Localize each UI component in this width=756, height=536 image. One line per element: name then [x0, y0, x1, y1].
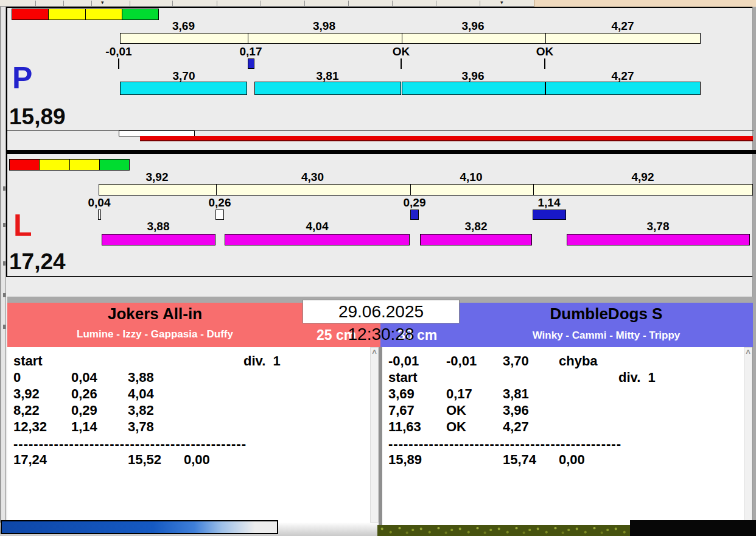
traffic-segment-yellow: [70, 160, 100, 170]
run-bar-segment: [120, 82, 247, 95]
reference-split-label: 3,92: [99, 171, 215, 184]
reference-split-label: 4,10: [410, 171, 533, 184]
dashed-separator: ----------------------------------------…: [13, 436, 247, 452]
run-bar-segment: [102, 234, 215, 245]
traffic-segment-yellow: [40, 160, 69, 170]
l-section: 3,92 4,30 4,10 4,92 0,04 0,26 0,29 1,14 …: [6, 154, 752, 277]
dropdown-caret-icon[interactable]: ▾: [500, 0, 503, 5]
background-glyph: [3, 293, 5, 297]
gate-diff-marker: [533, 210, 566, 220]
toolbar-separator: [392, 1, 393, 6]
video-grass-strip: [377, 525, 630, 536]
clock: 29.06.2025 12:30:28: [303, 300, 460, 323]
clean-time: 15,52: [128, 452, 161, 468]
bar-separator: [410, 185, 411, 195]
gate-diff-marker: [410, 210, 419, 220]
totals-row: 15,89 15,74 0,00: [382, 452, 744, 467]
toolbar-separator: [172, 1, 173, 6]
background-glyph: [3, 261, 5, 266]
table-cell: 3,69: [388, 386, 415, 402]
run-split-label: 3,82: [446, 220, 506, 233]
traffic-segment-yellow: [86, 9, 122, 19]
background-glyph: [3, 325, 5, 329]
section-total: 17,24: [9, 250, 66, 273]
toolbar-separator: [63, 1, 64, 6]
gate-tick-marker: [401, 58, 402, 69]
titlebar-gradient: [2, 521, 277, 533]
table-cell: 0: [13, 370, 21, 386]
section-total: 15,89: [9, 105, 66, 128]
background-toolbar: ▾ ▾: [0, 0, 756, 7]
table-cell: div. 1: [618, 370, 656, 386]
table-cell: 8,22: [13, 403, 40, 418]
table-cell: 0,29: [71, 403, 97, 418]
traffic-light-bar: [12, 9, 159, 20]
right-edge-strip: [752, 7, 756, 521]
table-cell: div. 1: [243, 353, 281, 369]
table-row: -0,01 -0,01 3,70 chyba: [382, 353, 744, 368]
run-bar-segment: [225, 234, 410, 245]
run-bar-segment: [420, 234, 532, 245]
run-bar-segment: [402, 82, 545, 95]
black-corner-block: [630, 520, 756, 536]
traffic-segment-red: [12, 9, 49, 19]
toolbar-separator: [304, 1, 305, 6]
penalty: 0,00: [184, 452, 210, 468]
run-bar-segment: [254, 82, 401, 95]
background-window-titlebar[interactable]: [1, 520, 278, 534]
table-cell: 12,32: [13, 419, 47, 435]
scroll-up-icon[interactable]: ˄: [744, 348, 752, 356]
section-divider: [6, 150, 756, 154]
run-split-label: 4,04: [287, 220, 348, 233]
table-cell: 3,82: [128, 403, 154, 418]
reference-split-label: 4,30: [215, 171, 410, 184]
background-window-strip: [534, 0, 756, 7]
gate-mark-label: OK: [371, 45, 432, 58]
reference-bar: [120, 33, 701, 44]
gate-tick-marker: [544, 58, 545, 69]
table-row: 0 0,04 3,88: [7, 370, 370, 384]
bar-separator: [533, 185, 534, 195]
gate-mark-label: 0,04: [69, 196, 130, 210]
toolbar-separator: [261, 1, 261, 6]
penalty: 0,00: [559, 452, 585, 468]
table-cell: 0,04: [71, 370, 97, 386]
team-dogs: Lumine - Izzy - Gappasia - Duffy: [7, 328, 303, 340]
background-left-strip: [0, 7, 6, 523]
dropdown-caret-icon[interactable]: ▾: [101, 0, 104, 5]
scrollbar[interactable]: ˄: [370, 347, 379, 523]
run-split-label: 3,78: [628, 220, 688, 233]
table-row: 7,67 OK 3,96: [382, 403, 744, 417]
dashed-separator: ----------------------------------------…: [388, 436, 621, 452]
table-cell: 7,67: [388, 403, 415, 418]
scrollbar[interactable]: ˄: [744, 347, 752, 525]
run-split-label: 3,81: [297, 69, 358, 83]
table-cell: 1,14: [71, 419, 97, 435]
run-split-label: 4,27: [592, 69, 653, 83]
table-cell: 3,88: [128, 370, 154, 386]
table-cell: 3,96: [503, 403, 529, 418]
table-cell: OK: [446, 419, 466, 435]
scroll-up-icon[interactable]: ˄: [371, 348, 378, 356]
background-glyph: [3, 223, 5, 227]
gate-mark-label: 0,26: [189, 196, 250, 210]
clean-time: 15,74: [503, 452, 536, 468]
traffic-segment-green: [100, 160, 129, 170]
toolbar-separator: [35, 1, 36, 6]
table-cell: 4,04: [128, 386, 154, 402]
toolbar-separator: [91, 1, 92, 6]
team-name: DumbleDogs S: [460, 305, 753, 323]
section-letter: P: [12, 63, 32, 93]
table-cell: -0,01: [446, 353, 477, 369]
gate-tick-marker: [118, 58, 119, 69]
app-window: ▾ ▾ 3,69 3,98 3,96 4,27 -0,01: [0, 0, 756, 536]
bar-separator: [545, 34, 546, 43]
table-cell: start: [13, 353, 43, 369]
bar-separator: [402, 34, 402, 43]
gate-diff-marker: [215, 210, 224, 220]
progress-red-bar: [140, 136, 753, 141]
traffic-light-bar: [9, 159, 130, 171]
table-row: 3,69 0,17 3,81: [382, 386, 744, 401]
reference-split-label: 3,69: [120, 19, 247, 33]
table-row: 8,22 0,29 3,82: [7, 403, 370, 417]
